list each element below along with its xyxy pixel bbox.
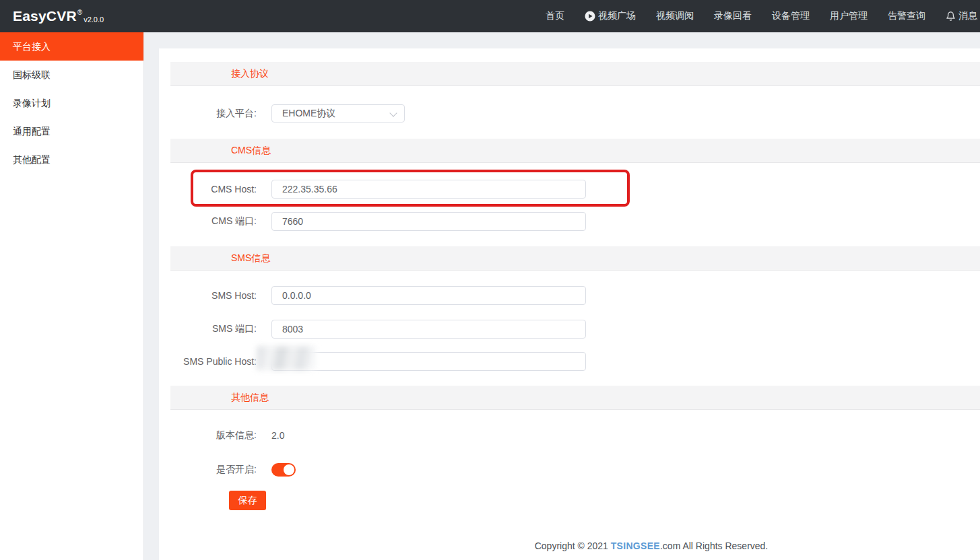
nav-item-device-management-label: 设备管理 [772, 10, 810, 22]
cms-port-row: CMS 端口: [170, 212, 586, 231]
section-header-access-protocol: 接入协议 [170, 62, 980, 86]
section-title-cms-info: CMS信息 [231, 139, 980, 162]
logo-registered-mark: ® [77, 9, 82, 16]
sidebar-item-platform-access[interactable]: 平台接入 [0, 32, 143, 61]
sms-public-host-label: SMS Public Host: [170, 356, 257, 367]
logo-version: v2.0.0 [84, 15, 104, 32]
version-info-row: 版本信息: 2.0 [170, 430, 284, 441]
tsingsee-logo: TSINGSEE [611, 540, 660, 551]
nav-item-video-plaza-label: 视频广场 [598, 10, 636, 22]
sms-public-host-row: SMS Public Host: [170, 352, 586, 371]
footer-suffix: .com All Rights Reserved. [660, 540, 768, 551]
cms-host-label: CMS Host: [170, 184, 257, 195]
nav-item-messages-label: 消息 [958, 10, 977, 22]
top-nav: 首页 视频广场 视频调阅 录像回看 设备管理 用户管理 告警查询 消息 [546, 0, 977, 32]
nav-item-alarm-query-label: 告警查询 [888, 10, 925, 22]
sms-port-label: SMS 端口: [170, 323, 257, 335]
footer-prefix: Copyright © 2021 [535, 540, 611, 551]
version-info-label: 版本信息: [170, 429, 257, 442]
footer-copyright: Copyright © 2021 TSINGSEE.com All Rights… [476, 540, 826, 551]
app-logo[interactable]: EasyCVR ® v2.0.0 [13, 0, 104, 32]
enable-toggle-label: 是否开启: [170, 464, 257, 476]
nav-item-home[interactable]: 首页 [546, 10, 564, 22]
nav-item-messages[interactable]: 消息 [946, 10, 977, 22]
cms-port-input[interactable] [271, 212, 586, 231]
save-button[interactable]: 保存 [229, 491, 266, 510]
nav-item-playback-label: 录像回看 [714, 10, 752, 22]
access-platform-selected-value: EHOME协议 [282, 108, 335, 120]
cms-host-row: CMS Host: [170, 180, 586, 199]
cms-port-label: CMS 端口: [170, 215, 257, 228]
section-header-cms-info: CMS信息 [170, 139, 980, 163]
version-value: 2.0 [271, 430, 284, 441]
access-platform-row: 接入平台: EHOME协议 [170, 104, 405, 123]
sms-port-row: SMS 端口: [170, 320, 586, 339]
cms-host-input[interactable] [271, 180, 586, 199]
sms-host-row: SMS Host: [170, 286, 586, 305]
nav-item-user-management-label: 用户管理 [830, 10, 868, 22]
nav-item-video-plaza[interactable]: 视频广场 [585, 10, 636, 22]
nav-item-home-label: 首页 [546, 10, 564, 22]
nav-item-video-review-label: 视频调阅 [656, 10, 694, 22]
nav-item-user-management[interactable]: 用户管理 [830, 10, 868, 22]
enable-toggle[interactable] [271, 463, 296, 477]
topbar: EasyCVR ® v2.0.0 首页 视频广场 视频调阅 录像回看 设备管理 … [0, 0, 980, 32]
sms-host-label: SMS Host: [170, 290, 257, 301]
chevron-down-icon [389, 109, 397, 116]
nav-item-alarm-query[interactable]: 告警查询 [888, 10, 925, 22]
section-title-access-protocol: 接入协议 [231, 62, 980, 85]
access-platform-label: 接入平台: [170, 108, 257, 120]
sms-port-input[interactable] [271, 320, 586, 339]
section-header-sms-info: SMS信息 [170, 246, 980, 271]
sms-host-input[interactable] [271, 286, 586, 305]
sidebar-item-gb-cascade[interactable]: 国标级联 [0, 61, 143, 89]
sidebar: 平台接入 国标级联 录像计划 通用配置 其他配置 [0, 32, 144, 560]
sms-public-host-input[interactable] [271, 352, 586, 371]
sidebar-item-general-config[interactable]: 通用配置 [0, 117, 143, 145]
play-circle-icon [585, 11, 595, 22]
logo-brand: EasyCVR [13, 8, 77, 24]
nav-item-video-review[interactable]: 视频调阅 [656, 10, 694, 22]
nav-item-playback[interactable]: 录像回看 [714, 10, 752, 22]
section-header-other-info: 其他信息 [170, 386, 980, 410]
section-title-other-info: 其他信息 [231, 386, 980, 409]
section-title-sms-info: SMS信息 [231, 246, 980, 270]
access-platform-select[interactable]: EHOME协议 [271, 104, 405, 123]
sidebar-item-recording-plan[interactable]: 录像计划 [0, 89, 143, 117]
toggle-knob [284, 464, 294, 475]
bell-icon [946, 11, 956, 22]
nav-item-device-management[interactable]: 设备管理 [772, 10, 810, 22]
sidebar-item-other-config[interactable]: 其他配置 [0, 145, 143, 174]
enable-toggle-row: 是否开启: [170, 463, 296, 477]
